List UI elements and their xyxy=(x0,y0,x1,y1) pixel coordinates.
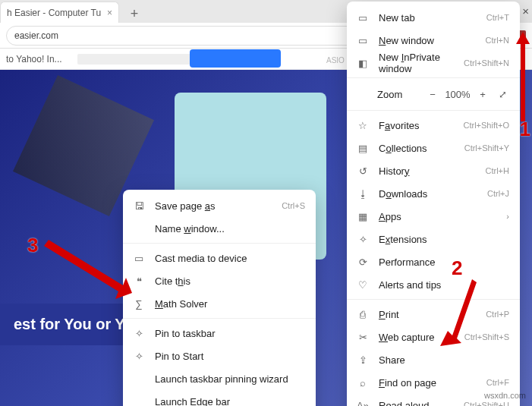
menu-separator xyxy=(347,77,520,78)
menu-extensions[interactable]: ✧Extensions xyxy=(347,228,520,250)
cast-icon: ▭ xyxy=(132,253,146,264)
submenu-pin-taskbar[interactable]: ✧Pin to taskbar xyxy=(123,322,316,345)
new-window-icon: ▭ xyxy=(356,35,370,46)
svg-marker-1 xyxy=(440,279,477,346)
download-icon: ⭳ xyxy=(356,188,370,200)
save-icon: 🖫 xyxy=(132,200,146,212)
annotation-number-3: 3 xyxy=(27,234,38,257)
menu-apps[interactable]: ▦Apps› xyxy=(347,205,520,228)
submenu-name-window[interactable]: Name window... xyxy=(123,217,316,240)
menu-performance[interactable]: ⟳Performance xyxy=(347,250,520,273)
submenu-pin-wizard[interactable]: Launch taskbar pinning wizard xyxy=(123,367,316,390)
performance-icon: ⟳ xyxy=(356,257,370,268)
menu-collections[interactable]: ▤CollectionsCtrl+Shift+Y xyxy=(347,137,520,159)
menu-separator xyxy=(347,110,520,111)
chevron-right-icon: › xyxy=(506,212,509,221)
submenu-cite[interactable]: ❝Cite this xyxy=(123,269,316,292)
pin-icon: ✧ xyxy=(132,351,146,362)
fullscreen-button[interactable]: ⤢ xyxy=(493,84,512,104)
capture-icon: ✂ xyxy=(356,332,370,343)
page-cta-button[interactable] xyxy=(190,49,281,68)
print-icon: ⎙ xyxy=(356,309,370,320)
annotation-arrow-1 xyxy=(515,32,531,124)
watermark: wsxdn.com xyxy=(484,391,526,400)
menu-share[interactable]: ⇪Share xyxy=(347,348,520,371)
browser-tab[interactable]: h Easier - Computer Tu × xyxy=(0,2,119,23)
collections-icon: ▤ xyxy=(356,143,370,154)
menu-zoom: Zoom − 100% + ⤢ xyxy=(347,81,520,107)
menu-downloads[interactable]: ⭳DownloadsCtrl+J xyxy=(347,182,520,205)
menu-web-capture[interactable]: ✂Web captureCtrl+Shift+S xyxy=(347,326,520,348)
inprivate-icon: ◧ xyxy=(356,58,370,69)
more-tools-submenu: 🖫Save page asCtrl+S Name window... ▭Cast… xyxy=(123,190,316,406)
close-tab-icon[interactable]: × xyxy=(107,8,112,18)
math-icon: ∑ xyxy=(132,298,146,310)
menu-new-window[interactable]: ▭New windowCtrl+N xyxy=(347,29,520,52)
menu-separator xyxy=(123,318,316,319)
apps-icon: ▦ xyxy=(356,211,370,222)
submenu-pin-start[interactable]: ✧Pin to Start xyxy=(123,345,316,367)
menu-separator xyxy=(347,299,520,300)
menu-favorites[interactable]: ☆FavoritesCtrl+Shift+O xyxy=(347,114,520,137)
tab-title: h Easier - Computer Tu xyxy=(7,8,101,18)
quote-icon: ❝ xyxy=(132,275,146,287)
submenu-math[interactable]: ∑Math Solver xyxy=(123,292,316,315)
menu-print[interactable]: ⎙PrintCtrl+P xyxy=(347,303,520,326)
share-icon: ⇪ xyxy=(356,354,370,366)
menu-alerts[interactable]: ♡Alerts and tips xyxy=(347,273,520,296)
annotation-arrow-3 xyxy=(42,240,134,304)
read-aloud-icon: A» xyxy=(356,400,370,407)
svg-marker-0 xyxy=(516,32,530,121)
new-tab-button[interactable]: + xyxy=(125,5,143,23)
bookmark-item[interactable]: to Yahoo! In... xyxy=(6,54,62,65)
submenu-save-page[interactable]: 🖫Save page asCtrl+S xyxy=(123,194,316,217)
zoom-label: Zoom xyxy=(377,89,423,100)
zoom-out-button[interactable]: − xyxy=(423,84,442,104)
bell-icon: ♡ xyxy=(356,279,370,291)
pin-icon: ✧ xyxy=(132,328,146,339)
annotation-arrow-2 xyxy=(439,273,477,352)
submenu-edge-bar[interactable]: Launch Edge bar xyxy=(123,390,316,406)
menu-history[interactable]: ↺HistoryCtrl+H xyxy=(347,159,520,182)
submenu-cast[interactable]: ▭Cast media to device xyxy=(123,247,316,269)
zoom-in-button[interactable]: + xyxy=(473,84,493,104)
window-close-icon[interactable]: × xyxy=(522,5,529,17)
main-menu: ▭New tabCtrl+T ▭New windowCtrl+N ◧New In… xyxy=(347,2,520,406)
zoom-value: 100% xyxy=(442,84,473,104)
extensions-icon: ✧ xyxy=(356,234,370,245)
url-text: easier.com xyxy=(14,30,58,41)
new-tab-icon: ▭ xyxy=(356,12,370,24)
svg-marker-2 xyxy=(44,240,132,299)
history-icon: ↺ xyxy=(356,165,370,177)
search-icon: ⌕ xyxy=(356,377,370,389)
star-icon: ☆ xyxy=(356,120,370,131)
menu-new-inprivate[interactable]: ◧New InPrivate windowCtrl+Shift+N xyxy=(347,52,520,74)
menu-new-tab[interactable]: ▭New tabCtrl+T xyxy=(347,6,520,29)
menu-separator xyxy=(123,243,316,244)
